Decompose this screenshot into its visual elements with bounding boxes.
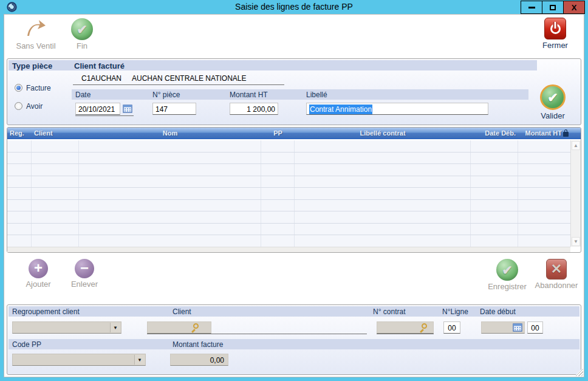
table-cell [32, 200, 79, 211]
libelle-label: Libellé [306, 91, 327, 99]
client-code-value: C1AUCHAN [81, 74, 121, 83]
table-cell [79, 200, 261, 211]
table-cell [295, 153, 471, 164]
lock-icon[interactable] [563, 129, 569, 137]
table-cell [471, 176, 518, 188]
table-row[interactable] [7, 164, 570, 176]
search-icon[interactable] [193, 323, 199, 329]
table-row[interactable] [7, 211, 570, 224]
column-header-1[interactable]: Client [32, 129, 79, 137]
calendar-icon[interactable] [123, 104, 132, 113]
radio-avoir[interactable] [15, 102, 22, 110]
chevron-down-icon: ▼ [110, 323, 120, 332]
table-row[interactable] [7, 140, 570, 153]
num-piece-label: N° pièce [152, 91, 180, 99]
scroll-up-icon[interactable]: ▲ [572, 141, 580, 150]
abandonner-button[interactable]: ✕ Abandonner [533, 259, 580, 290]
table-cell [295, 164, 471, 176]
vertical-scrollbar[interactable]: ▲ ▼ [570, 140, 581, 247]
date-debut-label: Date début [480, 307, 516, 316]
check-icon: ✔ [71, 18, 93, 40]
table-header-row: Reg.ClientNomPPLibellé contratDate Déb.M… [7, 128, 581, 139]
table-cell [32, 140, 79, 152]
table-row[interactable] [7, 200, 570, 212]
table-row[interactable] [7, 188, 570, 200]
curved-arrow-icon [25, 18, 47, 38]
table-cell [7, 188, 32, 199]
power-icon [544, 18, 566, 39]
num-contrat-underline [377, 334, 434, 334]
montant-facture-field[interactable]: 0,00 [170, 354, 228, 366]
client-facture-label: Client facturé [74, 61, 125, 70]
libelle-input[interactable]: Contrat Annimation [306, 103, 488, 115]
minimize-icon [528, 7, 535, 9]
calendar-icon[interactable] [513, 323, 522, 332]
date-debut-suffix-input[interactable]: 00 [527, 321, 543, 334]
table-cell [7, 211, 32, 223]
regroupement-client-select[interactable]: ▼ [12, 321, 121, 334]
num-piece-input[interactable]: 147 [152, 103, 196, 115]
invoice-lines-grid: Reg.ClientNomPPLibellé contratDate Déb.M… [7, 127, 581, 253]
type-piece-label: Type pièce [12, 61, 52, 70]
table-cell [295, 188, 471, 199]
scroll-down-icon[interactable]: ▼ [572, 237, 580, 246]
ajouter-label: Ajouter [19, 280, 58, 289]
table-cell [261, 164, 295, 176]
selected-text: Contrat Annimation [309, 105, 372, 114]
table-cell [295, 224, 471, 235]
radio-facture[interactable] [15, 84, 22, 92]
table-cell [7, 153, 32, 164]
search-icon[interactable] [422, 323, 427, 329]
close-button[interactable]: X [563, 1, 585, 14]
client-underline [73, 84, 284, 85]
valider-button[interactable]: ✔ Valider [533, 84, 572, 120]
enlever-label: Enlever [65, 280, 104, 289]
table-row[interactable] [7, 235, 570, 247]
x-icon: ✕ [546, 259, 567, 280]
column-header-4[interactable]: Libellé contrat [295, 129, 471, 137]
table-cell [7, 176, 32, 188]
fin-button[interactable]: ✔ Fin [65, 18, 99, 50]
table-cell [261, 153, 295, 164]
table-cell [7, 164, 32, 176]
column-header-2[interactable]: Nom [79, 129, 261, 137]
table-cell [7, 200, 32, 211]
date-input[interactable]: 20/10/2021 [75, 103, 120, 115]
table-cell [295, 211, 471, 223]
table-cell [261, 140, 295, 152]
table-cell [79, 153, 261, 164]
ajouter-button[interactable]: + Ajouter [19, 259, 58, 289]
table-cell [518, 211, 570, 223]
table-cell [518, 235, 570, 247]
num-ligne-input[interactable]: 00 [443, 321, 460, 334]
enregistrer-button[interactable]: ✔ Enregistrer [482, 259, 533, 291]
montant-facture-label: Montant facture [173, 340, 223, 349]
column-header-3[interactable]: PP [261, 129, 295, 137]
table-cell [518, 140, 570, 152]
check-icon: ✔ [496, 259, 518, 281]
minimize-button[interactable] [521, 1, 542, 14]
table-cell [518, 224, 570, 235]
code-pp-select[interactable]: ▼ [12, 354, 146, 366]
column-header-5[interactable]: Date Déb. [471, 129, 518, 137]
sans-ventil-button[interactable]: Sans Ventil [13, 18, 59, 50]
table-row[interactable] [7, 176, 570, 188]
column-header-0[interactable]: Reg. [7, 129, 32, 137]
montant-ht-label: Montant HT [230, 91, 268, 99]
client-lookup-field[interactable] [147, 321, 211, 334]
maximize-button[interactable] [542, 1, 564, 14]
table-cell [79, 188, 261, 199]
date-label: Date [75, 91, 91, 99]
table-row[interactable] [7, 224, 570, 236]
horizontal-scrollbar[interactable] [7, 247, 570, 252]
montant-ht-input[interactable]: 1 200,00 [230, 103, 278, 115]
table-cell [261, 200, 295, 211]
fermer-button[interactable]: Fermer [536, 18, 574, 50]
table-row[interactable] [7, 153, 570, 165]
sans-ventil-label: Sans Ventil [13, 41, 59, 50]
table-cell [261, 235, 295, 247]
enlever-button[interactable]: − Enlever [65, 259, 104, 289]
client-label: Client [173, 307, 191, 316]
title-bar: Saisie des lignes de facture PP X [0, 0, 588, 14]
line-detail-panel: Regroupement client Client N° contrat N°… [7, 304, 581, 375]
